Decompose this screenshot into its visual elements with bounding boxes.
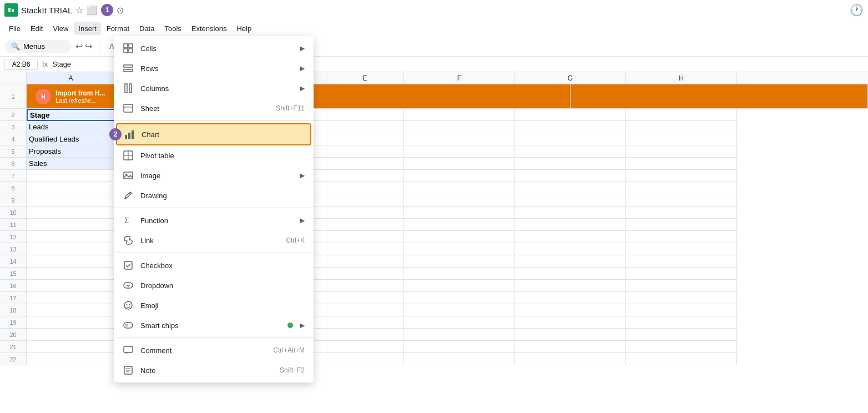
cell-5a[interactable]: Proposals [27,145,115,158]
cell-5g[interactable] [515,145,626,158]
cell-6h[interactable] [626,158,737,170]
menu-item-link[interactable]: Link Ctrl+K [114,230,314,250]
link-label: Link [140,236,279,245]
rows-label: Rows [140,64,293,73]
refresh-text: Last refreshe... [55,97,105,104]
menu-extensions[interactable]: Extensions [187,22,231,35]
menu-item-smart-chips[interactable]: Smart chips ▶ [114,315,314,335]
col-header-e[interactable]: E [326,72,404,84]
chart-label: Chart [142,130,304,139]
link-icon [123,235,134,246]
row-num: 10 [0,206,27,219]
image-arrow: ▶ [300,172,305,179]
star-icon[interactable]: ☆ [75,5,83,16]
cell-4h[interactable] [626,133,737,145]
svg-rect-5 [124,44,128,48]
checkbox-label: Checkbox [140,261,305,270]
menu-item-pivot[interactable]: Pivot table [114,145,314,165]
menu-item-chart[interactable]: Chart [116,123,311,145]
rows-icon [123,63,134,74]
menu-item-rows[interactable]: Rows ▶ [114,58,314,78]
cell-4g[interactable] [515,133,626,145]
col-header-h[interactable]: H [626,72,737,84]
row-num: 7 [0,170,27,182]
history-icon[interactable]: 🕐 [850,3,864,17]
step2-badge: 2 [109,128,122,140]
menu-view[interactable]: View [48,22,73,35]
undo-icon[interactable]: ↩ [75,41,83,52]
menu-item-columns[interactable]: Columns ▶ [114,78,314,98]
row-num: 4 [0,133,27,145]
cell-3h[interactable] [626,121,737,133]
columns-label: Columns [140,84,293,93]
cell-1b[interactable] [571,84,868,109]
cell-6e[interactable] [326,158,404,170]
menu-help[interactable]: Help [232,22,256,35]
menu-item-function[interactable]: Σ Function ▶ [114,210,314,230]
app-icon [4,3,18,17]
menu-tools[interactable]: Tools [160,22,185,35]
menu-item-image[interactable]: Image ▶ [114,165,314,185]
svg-text:Σ: Σ [124,216,129,225]
menu-item-cells[interactable]: Cells ▶ [114,38,314,58]
row-num: 11 [0,219,27,231]
cell-4e[interactable] [326,133,404,145]
cell-3g[interactable] [515,121,626,133]
cell-2e[interactable] [326,109,404,121]
cell-5f[interactable] [404,145,515,158]
cell-4a[interactable]: Qualified Leads [27,133,115,145]
svg-rect-9 [124,65,133,67]
cell-6g[interactable] [515,158,626,170]
svg-rect-17 [132,130,134,139]
sep-after-sheet [114,120,314,121]
menu-item-drawing[interactable]: Drawing [114,185,314,205]
cells-label: Cells [140,44,293,53]
row-num: 14 [0,255,27,268]
insert-dropdown-menu: Cells ▶ Rows ▶ Columns ▶ Sheet Shift+F11… [114,36,314,382]
svg-point-30 [129,304,130,305]
cell-3f[interactable] [404,121,515,133]
function-icon: Σ [123,215,134,226]
cell-2a[interactable]: Stage [27,109,115,121]
menu-data[interactable]: Data [135,22,159,35]
cell-reference[interactable]: A2:B6 [4,59,38,70]
svg-rect-26 [124,261,132,269]
cell-6a[interactable]: Sales [27,158,115,170]
row-num: 9 [0,194,27,206]
cell-3a[interactable]: Leads [27,121,115,133]
cell-2h[interactable] [626,109,737,121]
menu-edit[interactable]: Edit [26,22,47,35]
row-num: 16 [0,280,27,292]
fx-symbol: fx [42,60,48,68]
svg-point-32 [125,324,128,327]
menu-item-sheet[interactable]: Sheet Shift+F11 [114,98,314,118]
cell-2g[interactable] [515,109,626,121]
col-header-f[interactable]: F [404,72,515,84]
col-header-g[interactable]: G [515,72,626,84]
svg-rect-7 [124,49,128,53]
svg-rect-1 [8,8,11,12]
comment-label: Comment [140,346,266,355]
cell-4f[interactable] [404,133,515,145]
more-icon[interactable]: ⊙ [117,5,124,16]
search-box[interactable]: 🔍 Menus [4,40,71,53]
redo-icon[interactable]: ↪ [85,41,92,52]
menu-format[interactable]: Format [102,22,134,35]
menu-insert[interactable]: Insert [74,22,101,35]
cell-6f[interactable] [404,158,515,170]
menu-item-emoji[interactable]: Emoji [114,295,314,315]
menu-item-comment[interactable]: Comment Ctrl+Alt+M [114,340,314,360]
hubspot-icon: H [36,89,51,104]
menu-item-dropdown[interactable]: Dropdown [114,275,314,295]
menu-item-checkbox[interactable]: Checkbox [114,255,314,275]
cell-5e[interactable] [326,145,404,158]
menu-item-note[interactable]: Note Shift+F2 [114,360,314,380]
cell-5h[interactable] [626,145,737,158]
menu-file[interactable]: File [4,22,25,35]
col-header-a[interactable]: A [27,72,115,84]
sheet-shortcut: Shift+F11 [276,104,305,112]
dropdown-icon [123,280,134,291]
move-icon[interactable]: ⬜ [87,5,98,16]
cell-3e[interactable] [326,121,404,133]
cell-2f[interactable] [404,109,515,121]
